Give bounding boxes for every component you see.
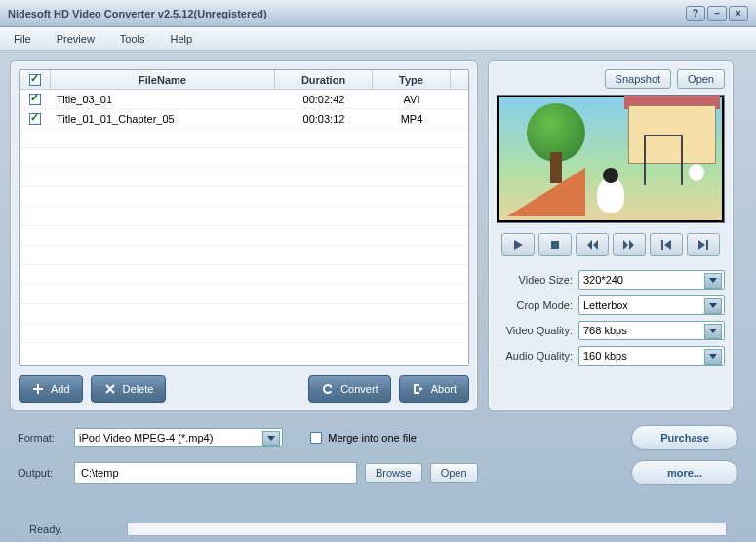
- rewind-button[interactable]: [576, 233, 609, 256]
- open-output-button[interactable]: Open: [430, 463, 478, 483]
- video-size-select[interactable]: 320*240: [578, 270, 725, 290]
- snapshot-button[interactable]: Snapshot: [605, 69, 671, 89]
- slide-graphic: [507, 168, 585, 216]
- close-button[interactable]: ×: [729, 6, 748, 21]
- preview-toolbar: Snapshot Open: [497, 69, 725, 89]
- format-label: Format:: [18, 432, 66, 444]
- window-controls: ? – ×: [686, 6, 748, 21]
- table-row: [20, 187, 468, 207]
- menu-preview[interactable]: Preview: [53, 31, 99, 47]
- header-checkbox[interactable]: [20, 70, 51, 89]
- video-size-label: Video Size:: [497, 274, 573, 286]
- forward-button[interactable]: [613, 233, 646, 256]
- video-quality-label: Video Quality:: [497, 325, 573, 336]
- table-row[interactable]: Title_01_01_Chapter_05 00:03:12 MP4: [20, 109, 468, 129]
- merge-area: Merge into one file: [310, 432, 417, 444]
- delete-label: Delete: [123, 383, 154, 395]
- format-select[interactable]: iPod Video MPEG-4 (*.mp4): [74, 428, 283, 447]
- menu-file[interactable]: File: [10, 31, 35, 47]
- header-duration[interactable]: Duration: [275, 70, 373, 89]
- settings-group: Video Size: 320*240 Crop Mode: Letterbox…: [497, 270, 725, 366]
- more-button[interactable]: more...: [631, 460, 738, 485]
- chevron-down-icon: [709, 303, 717, 308]
- row-checkbox[interactable]: [29, 94, 41, 105]
- merge-checkbox[interactable]: [310, 432, 322, 444]
- prev-button[interactable]: [650, 233, 683, 256]
- delete-button[interactable]: Delete: [91, 375, 167, 403]
- progress-bar: [127, 523, 727, 536]
- plus-icon: [31, 382, 45, 396]
- swing-graphic: [644, 135, 683, 185]
- table-row: [20, 226, 468, 246]
- table-row: [20, 285, 468, 304]
- cell-duration: 00:02:42: [275, 94, 373, 105]
- preview-panel: Snapshot Open Video S: [488, 60, 734, 411]
- convert-button[interactable]: Convert: [308, 375, 391, 403]
- output-row: Output: C:\temp Browse Open more...: [18, 460, 738, 485]
- chevron-down-icon: [709, 278, 717, 283]
- svg-rect-2: [706, 240, 708, 250]
- video-preview[interactable]: [497, 95, 725, 223]
- chevron-down-icon: [709, 354, 717, 359]
- table-row: [20, 148, 468, 168]
- play-button[interactable]: [501, 233, 535, 256]
- purchase-button[interactable]: Purchase: [631, 425, 738, 450]
- menu-bar: File Preview Tools Help: [0, 27, 756, 51]
- chevron-down-icon: [267, 436, 275, 441]
- browse-button[interactable]: Browse: [365, 463, 422, 483]
- row-checkbox[interactable]: [29, 113, 41, 125]
- bottom-area: Format: iPod Video MPEG-4 (*.mp4) Merge …: [0, 421, 756, 485]
- status-text: Ready.: [29, 523, 117, 535]
- svg-rect-1: [661, 240, 663, 250]
- abort-label: Abort: [431, 383, 457, 395]
- add-label: Add: [51, 383, 70, 395]
- audio-quality-row: Audio Quality: 160 kbps: [497, 346, 725, 366]
- preview-scene: [499, 97, 722, 220]
- header-type[interactable]: Type: [373, 70, 451, 89]
- menu-tools[interactable]: Tools: [116, 31, 149, 47]
- abort-button[interactable]: Abort: [399, 375, 469, 403]
- crop-mode-select[interactable]: Letterbox: [578, 295, 725, 315]
- character-graphic: [597, 177, 624, 213]
- table-row: [20, 304, 468, 324]
- audio-quality-label: Audio Quality:: [497, 350, 573, 362]
- add-button[interactable]: Add: [19, 375, 83, 403]
- open-preview-button[interactable]: Open: [677, 69, 725, 89]
- exit-icon: [412, 382, 425, 396]
- table-row: [20, 168, 468, 187]
- header-filename[interactable]: FileName: [51, 70, 275, 89]
- menu-help[interactable]: Help: [167, 31, 197, 47]
- file-table: FileName Duration Type Title_03_01 00:02…: [19, 69, 469, 366]
- output-input[interactable]: C:\temp: [74, 462, 357, 484]
- stop-button[interactable]: [538, 233, 572, 256]
- title-bar: Nidesoft HD Video Converter v2.5.12(Unre…: [0, 0, 756, 27]
- app-title: Nidesoft HD Video Converter v2.5.12(Unre…: [8, 8, 686, 19]
- crop-mode-label: Crop Mode:: [497, 299, 573, 311]
- table-body: Title_03_01 00:02:42 AVI Title_01_01_Cha…: [20, 90, 468, 365]
- cell-duration: 00:03:12: [275, 113, 373, 125]
- table-header: FileName Duration Type: [20, 70, 468, 90]
- next-button[interactable]: [687, 233, 720, 256]
- help-button[interactable]: ?: [686, 6, 705, 21]
- cell-filename: Title_03_01: [51, 94, 275, 105]
- table-row: [20, 246, 468, 265]
- x-icon: [103, 382, 117, 396]
- audio-quality-select[interactable]: 160 kbps: [578, 346, 725, 366]
- table-row[interactable]: Title_03_01 00:02:42 AVI: [20, 90, 468, 109]
- check-all-icon: [29, 74, 41, 86]
- video-quality-row: Video Quality: 768 kbps: [497, 321, 725, 340]
- main-area: FileName Duration Type Title_03_01 00:02…: [0, 51, 756, 421]
- format-row: Format: iPod Video MPEG-4 (*.mp4) Merge …: [18, 425, 738, 450]
- merge-label: Merge into one file: [328, 432, 417, 444]
- output-label: Output:: [18, 467, 66, 479]
- table-row: [20, 207, 468, 226]
- table-row: [20, 129, 468, 148]
- file-list-panel: FileName Duration Type Title_03_01 00:02…: [10, 60, 478, 411]
- cell-filename: Title_01_01_Chapter_05: [51, 113, 275, 125]
- status-bar: Ready.: [0, 523, 756, 536]
- crop-mode-row: Crop Mode: Letterbox: [497, 295, 725, 315]
- video-quality-select[interactable]: 768 kbps: [578, 321, 725, 340]
- cell-type: AVI: [373, 94, 451, 105]
- table-row: [20, 324, 468, 343]
- minimize-button[interactable]: –: [707, 6, 727, 21]
